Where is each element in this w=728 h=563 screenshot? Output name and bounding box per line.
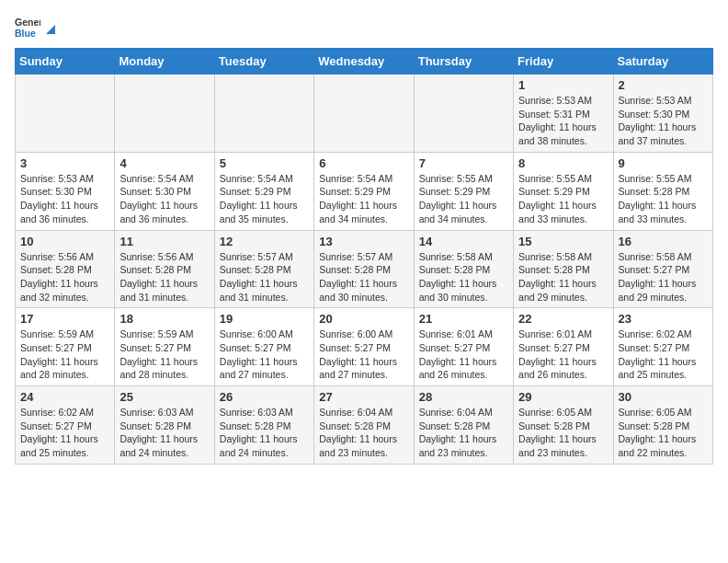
calendar-day-cell: 6Sunrise: 5:54 AMSunset: 5:29 PMDaylight…: [314, 152, 414, 230]
day-info: Sunrise: 6:04 AMSunset: 5:28 PMDaylight:…: [319, 406, 408, 460]
calendar-day-cell: [115, 75, 214, 153]
day-number: 18: [119, 312, 209, 326]
calendar-day-cell: 22Sunrise: 6:01 AMSunset: 5:27 PMDayligh…: [514, 308, 613, 386]
day-info: Sunrise: 5:54 AMSunset: 5:29 PMDaylight:…: [319, 172, 408, 226]
day-number: 22: [518, 312, 608, 326]
day-info: Sunrise: 5:59 AMSunset: 5:27 PMDaylight:…: [20, 327, 109, 382]
calendar-day-cell: 26Sunrise: 6:03 AMSunset: 5:28 PMDayligh…: [214, 386, 313, 465]
calendar-header-row: SundayMondayTuesdayWednesdayThursdayFrid…: [16, 49, 713, 75]
calendar-day-cell: 1Sunrise: 5:53 AMSunset: 5:31 PMDaylight…: [514, 75, 613, 153]
day-info: Sunrise: 5:54 AMSunset: 5:30 PMDaylight:…: [119, 172, 209, 226]
day-number: 28: [419, 390, 508, 404]
calendar-day-header: Thursday: [414, 49, 513, 75]
calendar-table: SundayMondayTuesdayWednesdayThursdayFrid…: [15, 48, 713, 465]
day-number: 3: [20, 156, 109, 170]
day-number: 8: [518, 156, 608, 170]
day-info: Sunrise: 6:05 AMSunset: 5:28 PMDaylight:…: [619, 406, 708, 460]
day-info: Sunrise: 6:01 AMSunset: 5:27 PMDaylight:…: [518, 327, 608, 382]
day-number: 14: [419, 235, 508, 248]
day-info: Sunrise: 6:03 AMSunset: 5:28 PMDaylight:…: [119, 406, 209, 460]
day-info: Sunrise: 5:57 AMSunset: 5:28 PMDaylight:…: [220, 250, 309, 304]
day-number: 26: [220, 390, 309, 404]
calendar-week-row: 3Sunrise: 5:53 AMSunset: 5:30 PMDaylight…: [16, 152, 713, 230]
calendar-day-cell: 12Sunrise: 5:57 AMSunset: 5:28 PMDayligh…: [214, 230, 313, 308]
day-info: Sunrise: 5:55 AMSunset: 5:29 PMDaylight:…: [419, 172, 508, 226]
day-info: Sunrise: 6:00 AMSunset: 5:27 PMDaylight:…: [319, 327, 408, 382]
calendar-day-cell: 21Sunrise: 6:01 AMSunset: 5:27 PMDayligh…: [414, 308, 513, 386]
day-number: 10: [20, 235, 109, 248]
day-number: 6: [319, 156, 408, 170]
logo: General Blue: [15, 15, 59, 40]
day-number: 23: [619, 312, 708, 326]
day-info: Sunrise: 5:58 AMSunset: 5:28 PMDaylight:…: [518, 250, 608, 304]
calendar-day-cell: 19Sunrise: 6:00 AMSunset: 5:27 PMDayligh…: [214, 308, 313, 386]
day-number: 4: [119, 156, 209, 170]
calendar-day-header: Monday: [115, 49, 214, 75]
calendar-day-cell: 2Sunrise: 5:53 AMSunset: 5:30 PMDaylight…: [613, 75, 712, 153]
day-number: 24: [20, 390, 109, 404]
calendar-day-cell: 29Sunrise: 6:05 AMSunset: 5:28 PMDayligh…: [514, 386, 613, 465]
day-number: 16: [619, 235, 708, 248]
calendar-day-cell: 3Sunrise: 5:53 AMSunset: 5:30 PMDaylight…: [16, 152, 115, 230]
calendar-week-row: 24Sunrise: 6:02 AMSunset: 5:27 PMDayligh…: [16, 386, 713, 465]
calendar-day-cell: 4Sunrise: 5:54 AMSunset: 5:30 PMDaylight…: [115, 152, 214, 230]
day-info: Sunrise: 6:02 AMSunset: 5:27 PMDaylight:…: [619, 327, 708, 382]
logo-icon: General Blue: [15, 15, 40, 40]
calendar-week-row: 17Sunrise: 5:59 AMSunset: 5:27 PMDayligh…: [16, 308, 713, 386]
day-number: 11: [119, 235, 209, 248]
calendar-day-cell: 13Sunrise: 5:57 AMSunset: 5:28 PMDayligh…: [314, 230, 414, 308]
day-number: 12: [220, 235, 309, 248]
calendar-day-cell: 5Sunrise: 5:54 AMSunset: 5:29 PMDaylight…: [214, 152, 313, 230]
day-info: Sunrise: 5:58 AMSunset: 5:27 PMDaylight:…: [619, 250, 708, 304]
calendar-day-cell: 20Sunrise: 6:00 AMSunset: 5:27 PMDayligh…: [314, 308, 414, 386]
calendar-day-cell: 23Sunrise: 6:02 AMSunset: 5:27 PMDayligh…: [613, 308, 712, 386]
calendar-day-cell: [214, 75, 313, 153]
day-number: 9: [619, 156, 708, 170]
calendar-day-cell: 28Sunrise: 6:04 AMSunset: 5:28 PMDayligh…: [414, 386, 513, 465]
calendar-day-cell: 7Sunrise: 5:55 AMSunset: 5:29 PMDaylight…: [414, 152, 513, 230]
day-info: Sunrise: 5:55 AMSunset: 5:28 PMDaylight:…: [619, 172, 708, 226]
day-info: Sunrise: 5:56 AMSunset: 5:28 PMDaylight:…: [20, 250, 109, 304]
calendar-day-cell: 17Sunrise: 5:59 AMSunset: 5:27 PMDayligh…: [16, 308, 115, 386]
calendar-day-cell: 16Sunrise: 5:58 AMSunset: 5:27 PMDayligh…: [613, 230, 712, 308]
day-info: Sunrise: 5:56 AMSunset: 5:28 PMDaylight:…: [119, 250, 209, 304]
day-number: 17: [20, 312, 109, 326]
day-info: Sunrise: 6:04 AMSunset: 5:28 PMDaylight:…: [419, 406, 508, 460]
day-number: 21: [419, 312, 508, 326]
day-number: 7: [419, 156, 508, 170]
day-info: Sunrise: 5:53 AMSunset: 5:30 PMDaylight:…: [619, 94, 708, 148]
calendar-day-header: Friday: [514, 49, 613, 75]
calendar-day-cell: [314, 75, 414, 153]
svg-text:General: General: [15, 17, 40, 28]
calendar-day-cell: 15Sunrise: 5:58 AMSunset: 5:28 PMDayligh…: [514, 230, 613, 308]
day-number: 1: [518, 78, 608, 92]
calendar-day-header: Wednesday: [314, 49, 414, 75]
calendar-day-cell: 27Sunrise: 6:04 AMSunset: 5:28 PMDayligh…: [314, 386, 414, 465]
calendar-day-cell: 30Sunrise: 6:05 AMSunset: 5:28 PMDayligh…: [613, 386, 712, 465]
day-number: 27: [319, 390, 408, 404]
calendar-day-cell: 9Sunrise: 5:55 AMSunset: 5:28 PMDaylight…: [613, 152, 712, 230]
day-number: 15: [518, 235, 608, 248]
day-number: 30: [619, 390, 708, 404]
day-info: Sunrise: 5:55 AMSunset: 5:29 PMDaylight:…: [518, 172, 608, 226]
calendar-day-cell: 10Sunrise: 5:56 AMSunset: 5:28 PMDayligh…: [16, 230, 115, 308]
day-number: 19: [220, 312, 309, 326]
day-number: 5: [220, 156, 309, 170]
day-info: Sunrise: 5:58 AMSunset: 5:28 PMDaylight:…: [419, 250, 508, 304]
day-info: Sunrise: 5:59 AMSunset: 5:27 PMDaylight:…: [119, 327, 209, 382]
svg-text:Blue: Blue: [15, 28, 36, 39]
calendar-day-cell: 8Sunrise: 5:55 AMSunset: 5:29 PMDaylight…: [514, 152, 613, 230]
day-info: Sunrise: 6:00 AMSunset: 5:27 PMDaylight:…: [220, 327, 309, 382]
page-header: General Blue: [15, 15, 713, 40]
calendar-day-cell: [16, 75, 115, 153]
day-number: 29: [518, 390, 608, 404]
calendar-day-header: Tuesday: [214, 49, 313, 75]
day-info: Sunrise: 6:05 AMSunset: 5:28 PMDaylight:…: [518, 406, 608, 460]
logo-triangle-icon: [42, 21, 59, 38]
calendar-day-cell: 11Sunrise: 5:56 AMSunset: 5:28 PMDayligh…: [115, 230, 214, 308]
day-number: 25: [119, 390, 209, 404]
day-info: Sunrise: 5:54 AMSunset: 5:29 PMDaylight:…: [220, 172, 309, 226]
day-info: Sunrise: 6:01 AMSunset: 5:27 PMDaylight:…: [419, 327, 508, 382]
day-info: Sunrise: 6:02 AMSunset: 5:27 PMDaylight:…: [20, 406, 109, 460]
calendar-day-cell: 18Sunrise: 5:59 AMSunset: 5:27 PMDayligh…: [115, 308, 214, 386]
